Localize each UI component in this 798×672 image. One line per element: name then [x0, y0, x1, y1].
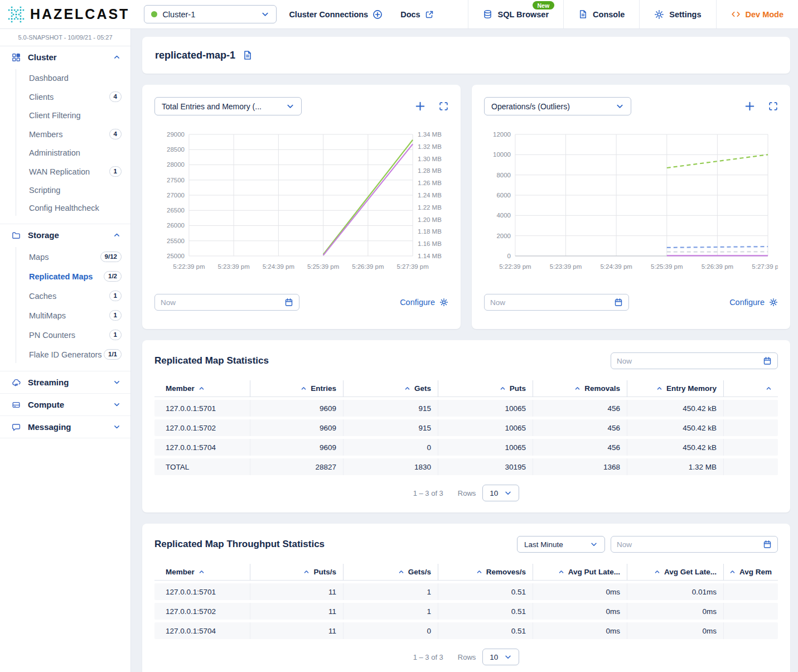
- add-chart-icon[interactable]: [744, 101, 755, 112]
- column-header-member[interactable]: Member: [154, 380, 250, 397]
- section-header-compute[interactable]: Compute: [0, 393, 130, 415]
- column-header-label: Avg Rem: [739, 568, 772, 576]
- sidebar-item-label: Maps: [29, 253, 100, 262]
- table-row[interactable]: TOTAL2882718303019513681.32 MB: [154, 458, 778, 475]
- sidebar-item-client-filtering[interactable]: Client Filtering: [0, 107, 130, 124]
- time-travel-input[interactable]: Now: [611, 536, 778, 553]
- cell-value: 450.42 kB: [627, 400, 724, 417]
- cluster-selector[interactable]: Cluster-1: [144, 5, 277, 23]
- expand-chart-icon[interactable]: [439, 101, 448, 111]
- table-row[interactable]: 127.0.0.1:57049609010065456450.42 kB: [154, 439, 778, 456]
- column-header-puts[interactable]: Puts: [438, 380, 533, 397]
- server-icon: [12, 400, 21, 409]
- svg-text:5:25:39 pm: 5:25:39 pm: [651, 263, 683, 270]
- sidebar-item-scripting[interactable]: Scripting: [0, 181, 130, 199]
- column-header-entry-memory[interactable]: Entry Memory: [627, 380, 724, 397]
- svg-text:5:23:39 pm: 5:23:39 pm: [550, 263, 582, 270]
- column-header-removals[interactable]: Removals: [533, 380, 627, 397]
- svg-text:12000: 12000: [493, 131, 511, 138]
- add-chart-icon[interactable]: [415, 101, 425, 112]
- cell-value: 0: [344, 439, 438, 456]
- chart-metric-select[interactable]: Total Entries and Memory (...: [154, 97, 302, 115]
- sort-icon: [404, 385, 410, 391]
- chevron-down-icon: [113, 401, 120, 408]
- sidebar-item-administration[interactable]: Administration: [0, 144, 130, 162]
- column-header-removes-s[interactable]: Removes/s: [438, 564, 533, 581]
- svg-text:0: 0: [507, 253, 511, 259]
- svg-text:27000: 27000: [167, 192, 185, 199]
- configure-chart-link[interactable]: Configure: [729, 298, 778, 307]
- time-travel-input[interactable]: Now: [611, 352, 778, 369]
- cell-value: 10065: [438, 400, 533, 417]
- column-header-member[interactable]: Member: [154, 564, 250, 581]
- table-row[interactable]: 127.0.0.1:5701960991510065456450.42 kB: [154, 400, 778, 417]
- sidebar-item-dashboard[interactable]: Dashboard: [0, 69, 130, 87]
- svg-text:5:26:39 pm: 5:26:39 pm: [702, 263, 733, 270]
- nav-docs[interactable]: Docs: [400, 0, 433, 28]
- page-size-select[interactable]: 10: [482, 485, 519, 501]
- table-header-row: MemberPuts/sGets/sRemoves/sAvg Put Late.…: [154, 564, 778, 581]
- column-header-gets-s[interactable]: Gets/s: [344, 564, 438, 581]
- cell-value: 0ms: [533, 622, 627, 639]
- svg-text:2000: 2000: [496, 233, 510, 239]
- table-row[interactable]: 127.0.0.1:57011110.510ms0.01ms: [154, 583, 778, 600]
- cell-value: 0.51: [438, 583, 533, 600]
- nav-console[interactable]: Console: [563, 0, 639, 28]
- column-header-entries[interactable]: Entries: [250, 380, 344, 397]
- nav-dev-mode[interactable]: Dev Mode: [716, 0, 798, 28]
- expand-chart-icon[interactable]: [768, 101, 778, 111]
- sidebar-item-clients[interactable]: Clients4: [0, 87, 130, 107]
- cloud-icon: [12, 378, 21, 387]
- column-header-avg-rem[interactable]: Avg Rem: [724, 564, 778, 581]
- sidebar-item-label: Members: [29, 130, 109, 139]
- table-row[interactable]: 127.0.0.1:57021110.510ms0ms: [154, 603, 778, 620]
- svg-text:5:27:39 pm: 5:27:39 pm: [396, 263, 428, 270]
- sidebar-item-flake-id-generators[interactable]: Flake ID Generators1/1: [0, 345, 130, 364]
- sidebar-item-replicated-maps[interactable]: Replicated Maps1/2: [0, 267, 130, 286]
- section-header-streaming[interactable]: Streaming: [0, 371, 130, 393]
- cell-value: 1.32 MB: [627, 458, 724, 475]
- page-size-select[interactable]: 10: [482, 649, 519, 665]
- nav-settings[interactable]: Settings: [639, 0, 715, 28]
- chart-metric-select[interactable]: Operations/s (Outliers): [484, 97, 631, 115]
- sidebar-item-config-healthcheck[interactable]: Config Healthcheck: [0, 199, 130, 217]
- gear-icon: [654, 9, 664, 20]
- section-header-cluster[interactable]: Cluster: [0, 46, 130, 68]
- column-header-label: Removals: [584, 384, 620, 393]
- hazelcast-logo-icon: [8, 6, 25, 23]
- period-select[interactable]: Last Minute: [517, 536, 605, 553]
- sidebar-item-maps[interactable]: Maps9/12: [0, 247, 130, 267]
- svg-text:1.22 MB: 1.22 MB: [418, 204, 442, 211]
- configure-chart-link[interactable]: Configure: [400, 298, 448, 307]
- chevron-down-icon: [261, 10, 269, 18]
- cell-value: 11: [250, 583, 344, 600]
- svg-text:25500: 25500: [167, 238, 185, 244]
- nav-cluster-connections[interactable]: Cluster Connections: [289, 0, 383, 28]
- nav-sql-browser[interactable]: New SQL Browser: [468, 0, 563, 28]
- cell-value: 0.51: [438, 603, 533, 620]
- sidebar-item-caches[interactable]: Caches1: [0, 286, 130, 306]
- column-header-avg-put-late[interactable]: Avg Put Late...: [533, 564, 627, 581]
- column-header-blank[interactable]: [724, 380, 778, 397]
- map-config-document-icon[interactable]: [243, 50, 253, 60]
- chevron-up-icon: [113, 231, 120, 239]
- section-header-storage[interactable]: Storage: [0, 224, 130, 246]
- column-header-gets[interactable]: Gets: [344, 380, 438, 397]
- cell-value: 0.01ms: [627, 583, 724, 600]
- sidebar-item-multimaps[interactable]: MultiMaps1: [0, 306, 130, 325]
- column-header-avg-get-late[interactable]: Avg Get Late...: [627, 564, 724, 581]
- page-title-card: replicated-map-1: [142, 37, 790, 74]
- column-header-puts-s[interactable]: Puts/s: [250, 564, 344, 581]
- count-badge: 4: [109, 129, 122, 139]
- table-row[interactable]: 127.0.0.1:57041100.510ms0ms: [154, 622, 778, 639]
- sidebar-item-pn-counters[interactable]: PN Counters1: [0, 325, 130, 345]
- time-travel-input[interactable]: Now: [484, 294, 629, 311]
- section-header-messaging[interactable]: Messaging: [0, 415, 130, 438]
- table-row[interactable]: 127.0.0.1:5702960991510065456450.42 kB: [154, 419, 778, 436]
- sidebar-item-wan-replication[interactable]: WAN Replication1: [0, 162, 130, 181]
- cell-value: 1: [344, 583, 438, 600]
- sidebar-item-members[interactable]: Members4: [0, 124, 130, 144]
- time-travel-input[interactable]: Now: [154, 294, 299, 311]
- section-label: Messaging: [28, 422, 106, 432]
- sidebar-section-streaming: Streaming: [0, 371, 130, 393]
